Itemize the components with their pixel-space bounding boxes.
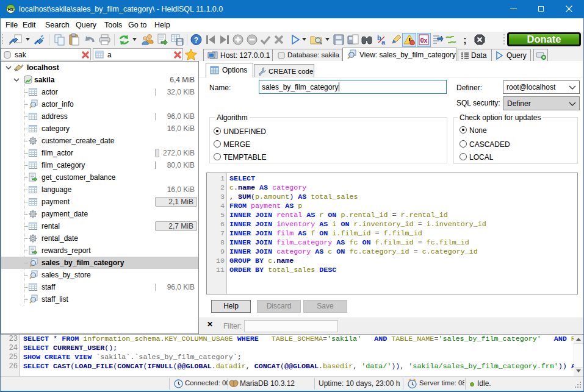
- svg-text:0x: 0x: [420, 37, 428, 44]
- svg-text:?: ?: [194, 36, 198, 45]
- svg-text:a: a: [381, 38, 386, 46]
